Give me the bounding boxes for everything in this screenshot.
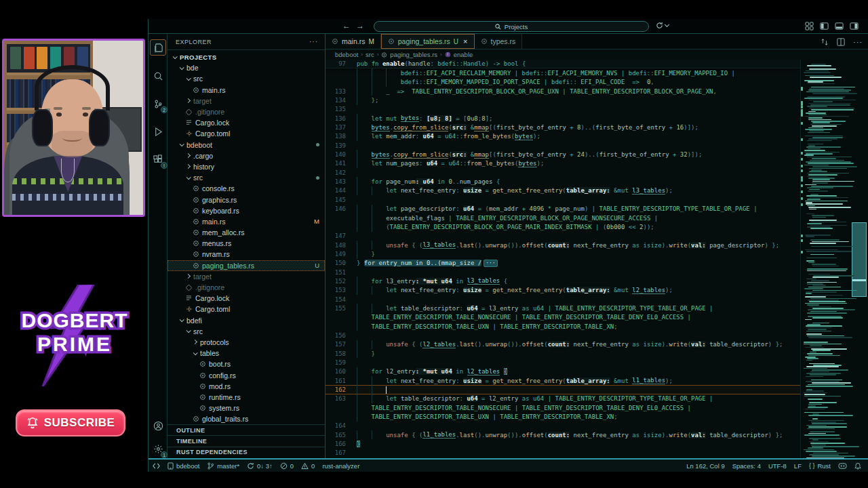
tree-item-label: src	[193, 75, 203, 83]
command-center-search[interactable]: Projects	[374, 21, 649, 32]
rust-file-icon	[192, 229, 199, 237]
tree-item-bde[interactable]: bde	[167, 62, 325, 73]
toggle-sidebar-icon[interactable]	[820, 22, 829, 30]
minimap[interactable]	[800, 60, 868, 458]
breadcrumb-item[interactable]: paging_tables.rs	[390, 51, 437, 58]
status-bdeboot[interactable]: bdeboot	[167, 462, 199, 470]
toggle-secondary-sidebar-icon[interactable]	[850, 22, 859, 30]
tree-item-runtime-rs[interactable]: runtime.rs	[167, 392, 325, 403]
line-number: 136	[326, 115, 349, 122]
tree-item-history[interactable]: history	[167, 161, 325, 172]
status-0[interactable]: 0	[280, 462, 294, 470]
status-ln-162-col-9[interactable]: Ln 162, Col 9	[686, 462, 725, 470]
tree-item-label: runtime.rs	[209, 393, 241, 401]
toggle-panel-icon[interactable]	[835, 22, 844, 30]
tab-types-rs[interactable]: types.rs	[475, 34, 523, 49]
tree-item-src[interactable]: src	[167, 172, 325, 183]
git-status-badge: M	[314, 218, 319, 225]
tree-item-src[interactable]: src	[167, 73, 325, 84]
status-spaces-4[interactable]: Spaces: 4	[732, 462, 761, 470]
tree-item-tables[interactable]: tables	[167, 348, 325, 359]
code-line-wrap: TABLE_ENTRY_DESCRIPTOR_TABLE_NONSECURE |…	[326, 313, 800, 322]
tree-item-target[interactable]: target	[167, 271, 325, 282]
refresh-control[interactable]	[656, 22, 669, 29]
tree-item--cargo[interactable]: .cargo	[167, 150, 325, 161]
tree-item-label: target	[193, 272, 212, 281]
tree-item-nvram-rs[interactable]: nvram.rs	[167, 249, 325, 260]
tree-item-label: src	[193, 174, 203, 182]
tree-item-mem-alloc-rs[interactable]: mem_alloc.rs	[167, 227, 325, 238]
tree-item-protocols[interactable]: protocols	[167, 337, 325, 348]
code-editor[interactable]: 97pub fn enable(handle: bdefi::Handle) -…	[326, 60, 800, 458]
line-number: 163	[326, 395, 349, 402]
settings-icon[interactable]: 1	[150, 441, 166, 457]
history-nav[interactable]: ←→	[342, 21, 370, 30]
tree-item-global-traits-rs[interactable]: global_traits.rs	[167, 413, 325, 424]
lock-file-icon	[185, 119, 193, 127]
sidebar-more-actions[interactable]: ···	[309, 38, 318, 45]
account-icon[interactable]	[150, 418, 166, 434]
compare-changes-icon[interactable]	[821, 38, 829, 46]
source-control-icon[interactable]: 2	[150, 96, 166, 112]
tree-item-cargo-toml[interactable]: Cargo.toml	[167, 304, 325, 314]
search-icon[interactable]	[150, 68, 166, 84]
minimap-slider[interactable]	[852, 222, 867, 297]
tree-item-system-rs[interactable]: system.rs	[167, 403, 325, 413]
extensions-icon[interactable]: !	[150, 151, 166, 167]
tree-item-graphics-rs[interactable]: graphics.rs	[167, 194, 325, 205]
tree-item-console-rs[interactable]: console.rs	[167, 183, 325, 194]
status-0[interactable]: 0	[301, 462, 315, 470]
status-rust[interactable]: { }Rust	[809, 462, 831, 470]
layout-grid-icon[interactable]	[805, 22, 814, 30]
code-line-wrap: executable_flags | TABLE_ENTRY_DESCRIPTO…	[326, 214, 800, 222]
tree-item-bdeboot[interactable]: bdeboot	[167, 140, 325, 150]
tree-item-cargo-lock[interactable]: Cargo.lock	[167, 293, 325, 304]
status-utf-8[interactable]: UTF-8	[768, 462, 787, 470]
breadcrumb-item[interactable]: bdeboot	[335, 51, 358, 58]
tree-item-config-rs[interactable]: config.rs	[167, 369, 325, 380]
code-line-162: 162	[326, 385, 800, 394]
tree-item-target[interactable]: target	[167, 96, 325, 106]
code-line-134: 134};	[326, 96, 800, 104]
status-copilot-icon[interactable]	[838, 462, 847, 470]
tab-main-rs[interactable]: main.rsM	[326, 34, 381, 49]
tree-item-mod-rs[interactable]: mod.rs	[167, 381, 325, 392]
tree-item-menus-rs[interactable]: menus.rs	[167, 238, 325, 249]
status-0-3[interactable]: 0↓ 3↑	[247, 462, 273, 470]
breadcrumb[interactable]: bdeboot›src›paging_tables.rs›fenable	[326, 49, 868, 60]
tree-item-cargo-toml[interactable]: Cargo.toml	[167, 128, 325, 139]
status-lf[interactable]: LF	[794, 462, 802, 470]
tree-item--gitignore[interactable]: .gitignore	[167, 282, 325, 293]
tree-item-cargo-lock[interactable]: Cargo.lock	[167, 117, 325, 128]
run-debug-icon[interactable]	[150, 123, 166, 140]
tree-item-label: .gitignore	[195, 108, 224, 116]
rust-file-icon	[192, 86, 199, 94]
line-number: 97	[326, 60, 349, 67]
tree-item-keyboard-rs[interactable]: keyboard.rs	[167, 205, 325, 216]
section-timeline[interactable]: TIMELINE	[167, 435, 325, 446]
tab-paging_tables-rs[interactable]: paging_tables.rsU×	[381, 34, 475, 49]
tree-item-main-rs[interactable]: main.rs	[167, 85, 325, 96]
status-remote-icon[interactable]	[153, 462, 160, 470]
explorer-icon[interactable]	[150, 39, 166, 56]
chevron-right-icon	[186, 164, 191, 169]
breadcrumb-item[interactable]: enable	[454, 51, 473, 58]
code-line-wrap: TABLE_ENTRY_DESCRIPTOR_TABLE_UXN | TABLE…	[326, 412, 800, 421]
editor-more-actions[interactable]: ···	[853, 38, 863, 46]
status-bell-icon[interactable]	[854, 462, 861, 470]
tree-item-paging-tables-rs[interactable]: paging_tables.rsU	[167, 260, 325, 271]
breadcrumb-item[interactable]: src	[366, 51, 374, 58]
split-editor-icon[interactable]	[837, 38, 845, 46]
section-outline[interactable]: OUTLINE	[167, 424, 325, 435]
section-rust-dependencies[interactable]: RUST DEPENDENCIES	[167, 447, 325, 458]
tree-item-projects[interactable]: PROJECTS	[167, 52, 325, 62]
status-rust-analyzer[interactable]: rust-analyzer	[322, 462, 359, 470]
tree-item-bdefi[interactable]: bdefi	[167, 315, 325, 326]
tree-item-boot-rs[interactable]: boot.rs	[167, 359, 325, 369]
tree-item-main-rs[interactable]: main.rsM	[167, 216, 325, 227]
status-master[interactable]: master*	[207, 462, 239, 470]
close-icon[interactable]: ×	[463, 37, 467, 45]
subscribe-button[interactable]: SUBSCRIBE	[16, 409, 125, 436]
tree-item--gitignore[interactable]: .gitignore	[167, 106, 325, 117]
tree-item-src[interactable]: src	[167, 326, 325, 337]
